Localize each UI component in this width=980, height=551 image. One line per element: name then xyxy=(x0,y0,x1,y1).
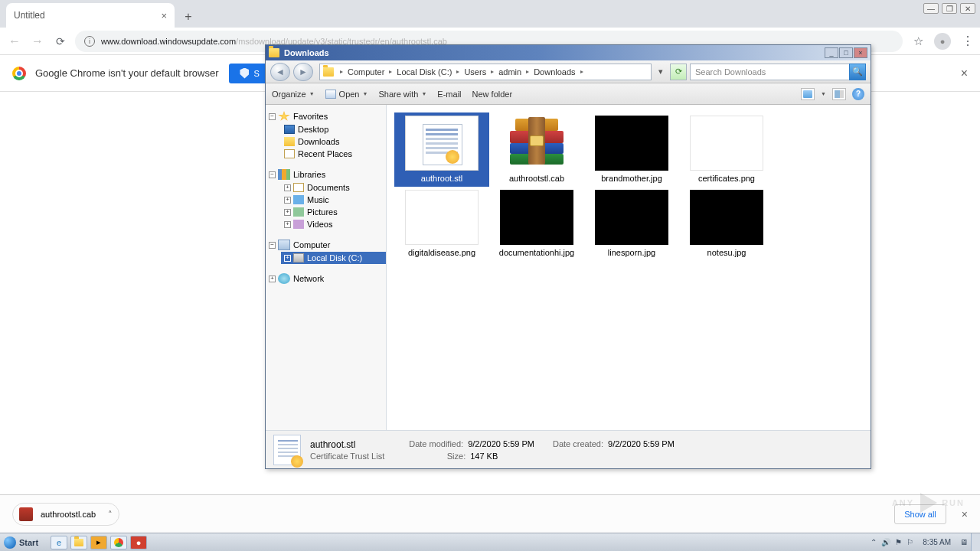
chevron-right-icon[interactable]: ▸ xyxy=(488,68,497,75)
chrome-tab[interactable]: Untitled × xyxy=(6,3,175,28)
organize-button[interactable]: Organize▼ xyxy=(272,90,315,99)
explorer-titlebar[interactable]: Downloads _ □ × xyxy=(266,45,871,60)
back-button[interactable]: ← xyxy=(6,33,23,50)
tab-close-icon[interactable]: × xyxy=(161,10,167,21)
help-icon[interactable]: ? xyxy=(852,88,864,100)
explorer-close-icon[interactable]: × xyxy=(854,47,867,58)
archive-icon xyxy=(19,507,33,521)
file-name: linesporn.jpg xyxy=(608,248,655,258)
recent-icon xyxy=(284,149,295,158)
file-item[interactable]: linesporn.jpg xyxy=(584,187,679,261)
file-item[interactable]: digitaldisease.png xyxy=(394,187,489,261)
sidebar-favorites[interactable]: −Favorites xyxy=(266,109,386,123)
download-shelf: authrootstl.cab ˄ Show all × xyxy=(0,494,980,533)
profile-avatar-icon[interactable]: ● xyxy=(934,33,951,50)
crumb-downloads[interactable]: Downloads xyxy=(532,67,577,77)
sidebar-desktop[interactable]: Desktop xyxy=(281,123,386,135)
start-button[interactable]: Start xyxy=(0,533,46,552)
tray-expand-icon[interactable]: ⌃ xyxy=(871,538,877,546)
file-thumbnail xyxy=(405,116,479,171)
chrome-menu-icon[interactable]: ⋮ xyxy=(962,34,974,48)
taskbar-chrome-icon[interactable] xyxy=(110,536,127,549)
shield-icon xyxy=(240,68,249,79)
explorer-search-input[interactable]: Search Downloads 🔍 xyxy=(690,64,866,80)
chevron-right-icon[interactable]: ▸ xyxy=(523,68,532,75)
view-mode-button[interactable] xyxy=(801,88,815,100)
new-tab-button[interactable]: + xyxy=(178,6,199,28)
sidebar-videos[interactable]: +Videos xyxy=(281,218,386,230)
explorer-maximize-icon[interactable]: □ xyxy=(839,47,853,58)
tray-volume-icon[interactable]: 🔊 xyxy=(881,538,890,546)
new-folder-button[interactable]: New folder xyxy=(472,90,513,99)
view-dropdown-icon[interactable]: ▼ xyxy=(821,91,826,96)
sidebar-pictures[interactable]: +Pictures xyxy=(281,206,386,218)
file-item[interactable]: authrootstl.cab xyxy=(489,112,584,187)
taskbar-ie-icon[interactable]: e xyxy=(51,536,67,549)
breadcrumb-dropdown-icon[interactable]: ▾ xyxy=(655,67,667,77)
taskbar-media-icon[interactable]: ▸ xyxy=(90,536,107,549)
chrome-tabstrip: Untitled × + — ❐ ✕ xyxy=(0,0,980,28)
taskbar-explorer-icon[interactable] xyxy=(70,536,87,549)
explorer-forward-button[interactable]: ► xyxy=(293,63,313,81)
drive-icon xyxy=(293,253,304,262)
taskbar-clock[interactable]: 8:35 AM xyxy=(923,538,951,546)
sidebar-documents[interactable]: +Documents xyxy=(281,181,386,194)
sidebar-network[interactable]: +Network xyxy=(266,272,386,285)
bookmark-star-icon[interactable]: ☆ xyxy=(913,34,923,48)
crumb-users[interactable]: Users xyxy=(462,67,488,77)
open-button[interactable]: Open▼ xyxy=(325,90,368,99)
chrome-close-icon[interactable]: ✕ xyxy=(960,3,975,14)
set-default-button[interactable]: S xyxy=(229,64,270,83)
sidebar-libraries[interactable]: −Libraries xyxy=(266,168,386,181)
chevron-right-icon[interactable]: ▸ xyxy=(577,68,586,75)
chevron-up-icon[interactable]: ˄ xyxy=(108,509,113,519)
forward-button[interactable]: → xyxy=(29,33,46,50)
chevron-right-icon[interactable]: ▸ xyxy=(337,68,346,75)
details-pane: authroot.stl Certificate Trust List Date… xyxy=(266,430,871,468)
file-item[interactable]: certificates.png xyxy=(679,112,774,187)
crumb-admin[interactable]: admin xyxy=(497,67,523,77)
download-shelf-close-icon[interactable]: × xyxy=(962,508,968,520)
file-item[interactable]: notesu.jpg xyxy=(679,187,774,261)
chrome-maximize-icon[interactable]: ❐ xyxy=(942,3,957,14)
reload-button[interactable]: ⟳ xyxy=(52,33,69,50)
explorer-refresh-button[interactable]: ⟳ xyxy=(670,64,687,80)
tray-flag-icon[interactable]: ⚐ xyxy=(906,538,913,546)
site-info-icon[interactable]: i xyxy=(84,36,95,47)
sidebar-computer[interactable]: −Computer xyxy=(266,238,386,252)
search-icon[interactable]: 🔍 xyxy=(849,64,866,80)
explorer-toolbar: Organize▼ Open▼ Share with▼ E-mail New f… xyxy=(266,83,871,105)
breadcrumb[interactable]: ▸ Computer ▸ Local Disk (C:) ▸ Users ▸ a… xyxy=(319,64,652,80)
sidebar-music[interactable]: +Music xyxy=(281,194,386,206)
tab-title: Untitled xyxy=(14,10,161,21)
chevron-right-icon[interactable]: ▸ xyxy=(453,68,462,75)
chevron-right-icon[interactable]: ▸ xyxy=(386,68,395,75)
file-name: certificates.png xyxy=(698,174,755,184)
download-item[interactable]: authrootstl.cab ˄ xyxy=(12,503,119,526)
file-item[interactable]: brandmother.jpg xyxy=(584,112,679,187)
crumb-disk[interactable]: Local Disk (C:) xyxy=(395,67,453,77)
taskbar-app-icon[interactable]: ● xyxy=(130,536,147,549)
music-icon xyxy=(293,195,304,204)
file-thumbnail xyxy=(690,190,763,245)
infobar-close-icon[interactable]: × xyxy=(961,67,968,80)
tray-monitor-icon[interactable]: 🖥 xyxy=(960,538,968,546)
sidebar-downloads[interactable]: Downloads xyxy=(281,135,386,148)
show-all-downloads-button[interactable]: Show all xyxy=(894,504,946,524)
file-thumbnail xyxy=(500,190,573,245)
explorer-back-button[interactable]: ◄ xyxy=(270,63,290,81)
preview-pane-button[interactable] xyxy=(832,88,846,100)
email-button[interactable]: E-mail xyxy=(437,90,461,99)
details-created: 9/2/2020 5:59 PM xyxy=(608,439,675,448)
explorer-minimize-icon[interactable]: _ xyxy=(825,47,838,58)
sidebar-recent[interactable]: Recent Places xyxy=(281,148,386,160)
crumb-computer[interactable]: Computer xyxy=(346,67,386,77)
folder-icon xyxy=(323,67,334,77)
tray-security-icon[interactable]: ⚑ xyxy=(895,538,902,546)
chrome-minimize-icon[interactable]: — xyxy=(923,3,939,14)
show-desktop-button[interactable] xyxy=(971,533,980,552)
file-item[interactable]: documentationhi.jpg xyxy=(489,187,584,261)
share-with-button[interactable]: Share with▼ xyxy=(378,90,426,99)
file-item[interactable]: authroot.stl xyxy=(394,112,489,187)
sidebar-local-disk[interactable]: +Local Disk (C:) xyxy=(281,252,386,264)
